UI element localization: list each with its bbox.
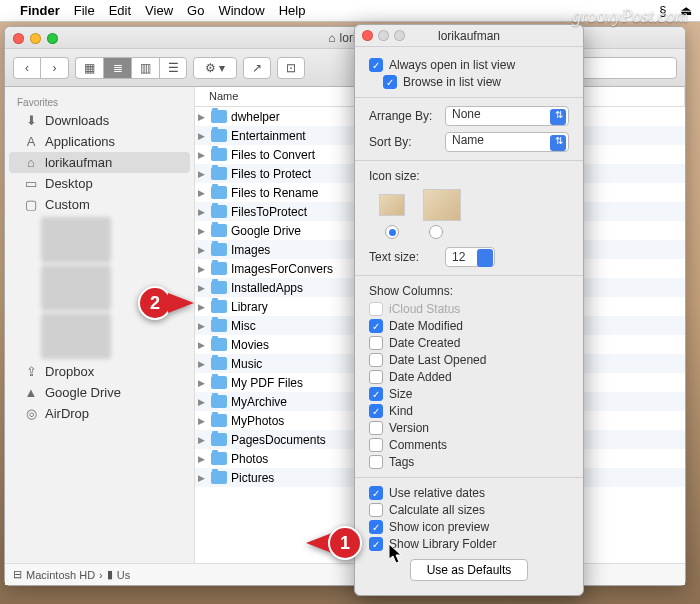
browse-label: Browse in list view — [403, 75, 501, 89]
status-icon[interactable]: § — [659, 3, 666, 18]
folder-icon — [211, 471, 227, 484]
panel-titlebar: lorikaufman — [355, 25, 583, 47]
disclosure-icon[interactable]: ▶ — [195, 245, 207, 255]
text-size-stepper[interactable]: 12 — [445, 247, 495, 267]
folder-icon — [211, 395, 227, 408]
always-open-label: Always open in list view — [389, 58, 515, 72]
column-label: iCloud Status — [389, 302, 460, 316]
disclosure-icon[interactable]: ▶ — [195, 359, 207, 369]
disclosure-icon[interactable]: ▶ — [195, 435, 207, 445]
menubar-app[interactable]: Finder — [20, 3, 60, 18]
disclosure-icon[interactable]: ▶ — [195, 207, 207, 217]
disclosure-icon[interactable]: ▶ — [195, 473, 207, 483]
callout-2-bubble: 2 — [138, 286, 172, 320]
folder-icon — [211, 224, 227, 237]
column-checkbox[interactable] — [369, 421, 383, 435]
view-list-button[interactable]: ≣ — [103, 57, 131, 79]
disclosure-icon[interactable]: ▶ — [195, 454, 207, 464]
disclosure-icon[interactable]: ▶ — [195, 131, 207, 141]
disclosure-icon[interactable]: ▶ — [195, 169, 207, 179]
menu-go[interactable]: Go — [187, 3, 204, 18]
back-button[interactable]: ‹ — [13, 57, 41, 79]
sidebar-item-lorikaufman[interactable]: ⌂lorikaufman — [9, 152, 190, 173]
sort-label: Sort By: — [369, 135, 439, 149]
disclosure-icon[interactable]: ▶ — [195, 397, 207, 407]
arrange-label: Arrange By: — [369, 109, 439, 123]
sidebar-item-icon: ▭ — [23, 176, 39, 191]
disclosure-icon[interactable]: ▶ — [195, 112, 207, 122]
arrange-dropdown[interactable]: ⚙ ▾ — [193, 57, 237, 79]
sidebar: Favorites ⬇DownloadsAApplications⌂lorika… — [5, 87, 195, 563]
option-checkbox[interactable] — [369, 537, 383, 551]
column-checkbox[interactable] — [369, 353, 383, 367]
column-checkbox[interactable] — [369, 370, 383, 384]
sidebar-item-airdrop[interactable]: ◎AirDrop — [5, 403, 194, 424]
view-icon-button[interactable]: ▦ — [75, 57, 103, 79]
sidebar-item-applications[interactable]: AApplications — [5, 131, 194, 152]
sidebar-item-label: Desktop — [45, 176, 93, 191]
option-checkbox[interactable] — [369, 503, 383, 517]
column-checkbox[interactable] — [369, 336, 383, 350]
eject-icon[interactable]: ⏏ — [680, 3, 692, 18]
column-checkbox[interactable] — [369, 319, 383, 333]
tags-button[interactable]: ⊡ — [277, 57, 305, 79]
folder-icon — [211, 338, 227, 351]
disclosure-icon[interactable]: ▶ — [195, 302, 207, 312]
menu-edit[interactable]: Edit — [109, 3, 131, 18]
arrange-select[interactable]: None — [445, 106, 569, 126]
option-checkbox[interactable] — [369, 486, 383, 500]
sidebar-thumb[interactable] — [41, 313, 111, 359]
disclosure-icon[interactable]: ▶ — [195, 378, 207, 388]
disclosure-icon[interactable]: ▶ — [195, 340, 207, 350]
panel-close-icon[interactable] — [362, 30, 373, 41]
column-checkbox[interactable] — [369, 455, 383, 469]
use-as-defaults-button[interactable]: Use as Defaults — [410, 559, 529, 581]
column-checkbox[interactable] — [369, 404, 383, 418]
view-gallery-button[interactable]: ☰ — [159, 57, 187, 79]
icon-sample-large — [423, 189, 461, 221]
option-checkbox[interactable] — [369, 520, 383, 534]
zoom-icon[interactable] — [47, 33, 58, 44]
disclosure-icon[interactable]: ▶ — [195, 416, 207, 426]
show-columns-label: Show Columns: — [369, 284, 569, 298]
path-folder[interactable]: Us — [117, 569, 130, 581]
column-checkbox[interactable] — [369, 387, 383, 401]
disclosure-icon[interactable]: ▶ — [195, 226, 207, 236]
sidebar-item-dropbox[interactable]: ⇪Dropbox — [5, 361, 194, 382]
sidebar-thumb[interactable] — [41, 217, 111, 263]
icon-size-small-radio[interactable] — [385, 225, 399, 239]
menu-file[interactable]: File — [74, 3, 95, 18]
icon-size-large-radio[interactable] — [429, 225, 443, 239]
sidebar-item-custom[interactable]: ▢Custom — [5, 194, 194, 215]
menu-window[interactable]: Window — [218, 3, 264, 18]
minimize-icon[interactable] — [30, 33, 41, 44]
sidebar-item-google drive[interactable]: ▲Google Drive — [5, 382, 194, 403]
path-sep-icon: › — [99, 569, 103, 581]
folder-icon: ▮ — [107, 568, 113, 581]
view-column-button[interactable]: ▥ — [131, 57, 159, 79]
always-open-checkbox[interactable] — [369, 58, 383, 72]
forward-button[interactable]: › — [41, 57, 69, 79]
menubar-extras: § ⏏ — [649, 3, 692, 18]
sidebar-item-icon: ◎ — [23, 406, 39, 421]
close-icon[interactable] — [13, 33, 24, 44]
column-checkbox[interactable] — [369, 438, 383, 452]
browse-checkbox[interactable] — [383, 75, 397, 89]
disclosure-icon[interactable]: ▶ — [195, 321, 207, 331]
disclosure-icon[interactable]: ▶ — [195, 283, 207, 293]
sidebar-item-label: Dropbox — [45, 364, 94, 379]
menu-view[interactable]: View — [145, 3, 173, 18]
menu-help[interactable]: Help — [279, 3, 306, 18]
share-button[interactable]: ↗ — [243, 57, 271, 79]
sort-select[interactable]: Name — [445, 132, 569, 152]
view-options-panel: lorikaufman Always open in list view Bro… — [354, 24, 584, 596]
disclosure-icon[interactable]: ▶ — [195, 150, 207, 160]
sidebar-thumb[interactable] — [41, 265, 111, 311]
sidebar-item-downloads[interactable]: ⬇Downloads — [5, 110, 194, 131]
sidebar-item-desktop[interactable]: ▭Desktop — [5, 173, 194, 194]
disclosure-icon[interactable]: ▶ — [195, 188, 207, 198]
path-disk[interactable]: Macintosh HD — [26, 569, 95, 581]
callout-1: 1 — [306, 526, 362, 560]
icon-sample-small — [379, 194, 405, 216]
disclosure-icon[interactable]: ▶ — [195, 264, 207, 274]
